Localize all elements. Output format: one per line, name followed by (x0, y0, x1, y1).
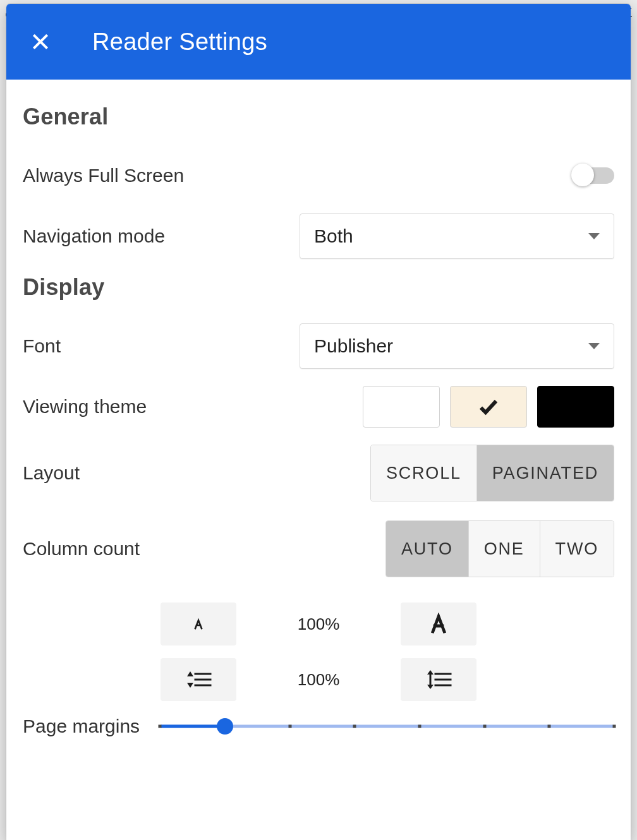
check-icon (477, 395, 500, 418)
slider-tick (548, 725, 551, 728)
select-navigation-mode-value: Both (314, 225, 353, 247)
reader-settings-dialog: Reader Settings General Always Full Scre… (6, 4, 631, 840)
column-option-two[interactable]: TWO (540, 521, 614, 577)
font-size-increase-button[interactable] (401, 603, 476, 645)
line-height-increase-button[interactable] (401, 658, 476, 701)
svg-marker-10 (427, 670, 434, 675)
slider-tick (613, 725, 616, 728)
row-navigation-mode: Navigation mode Both (23, 213, 614, 259)
label-font: Font (23, 335, 61, 357)
line-height-decrease-icon (185, 669, 212, 690)
row-page-margins: Page margins (23, 714, 614, 739)
theme-light[interactable] (363, 386, 440, 428)
slider-fill (160, 725, 225, 728)
toggle-always-fullscreen[interactable] (574, 167, 614, 184)
row-line-height: 100% (23, 658, 614, 701)
row-viewing-theme: Viewing theme (23, 384, 614, 429)
slider-tick (159, 725, 162, 728)
row-column-count: Column count AUTO ONE TWO (23, 520, 614, 577)
font-size-decrease-button[interactable] (161, 603, 236, 645)
select-navigation-mode[interactable]: Both (300, 213, 614, 259)
line-height-value: 100% (287, 670, 350, 690)
theme-dark[interactable] (537, 386, 614, 428)
text-large-icon (427, 613, 450, 635)
column-count-segmented-control: AUTO ONE TWO (385, 520, 614, 577)
layout-segmented-control: SCROLL PAGINATED (370, 445, 614, 501)
row-layout: Layout SCROLL PAGINATED (23, 445, 614, 501)
column-option-one[interactable]: ONE (468, 521, 540, 577)
row-font-size: 100% (23, 603, 614, 645)
section-title-general: General (23, 104, 614, 130)
column-option-auto[interactable]: AUTO (386, 521, 468, 577)
theme-sepia[interactable] (450, 386, 527, 428)
slider-tick (483, 725, 486, 728)
close-button[interactable] (25, 27, 56, 57)
label-page-margins: Page margins (23, 716, 140, 737)
slider-thumb[interactable] (217, 718, 233, 735)
dialog-body: General Always Full Screen Navigation mo… (6, 80, 631, 840)
chevron-down-icon (588, 233, 600, 239)
row-always-fullscreen: Always Full Screen (23, 153, 614, 198)
layout-option-paginated[interactable]: PAGINATED (476, 445, 614, 501)
label-layout: Layout (23, 462, 80, 484)
row-font: Font Publisher (23, 323, 614, 369)
svg-marker-5 (187, 671, 193, 676)
svg-marker-11 (427, 685, 434, 689)
close-icon (30, 32, 51, 52)
font-size-value: 100% (287, 615, 350, 634)
label-viewing-theme: Viewing theme (23, 396, 147, 417)
select-font-value: Publisher (314, 335, 393, 357)
section-title-display: Display (23, 274, 614, 301)
label-column-count: Column count (23, 538, 140, 560)
label-navigation-mode: Navigation mode (23, 225, 165, 247)
slider-tick (353, 725, 356, 728)
chevron-down-icon (588, 343, 600, 349)
slider-tick (288, 725, 291, 728)
theme-swatch-group (363, 386, 614, 428)
select-font[interactable]: Publisher (300, 323, 614, 369)
page-margins-slider[interactable] (160, 714, 614, 739)
svg-marker-6 (187, 683, 193, 688)
dialog-title: Reader Settings (92, 28, 267, 56)
line-height-increase-icon (425, 669, 452, 690)
dialog-header: Reader Settings (6, 4, 631, 80)
slider-tick (418, 725, 421, 728)
label-always-fullscreen: Always Full Screen (23, 165, 184, 186)
layout-option-scroll[interactable]: SCROLL (371, 445, 476, 501)
line-height-decrease-button[interactable] (161, 658, 236, 701)
text-small-icon (191, 616, 206, 632)
